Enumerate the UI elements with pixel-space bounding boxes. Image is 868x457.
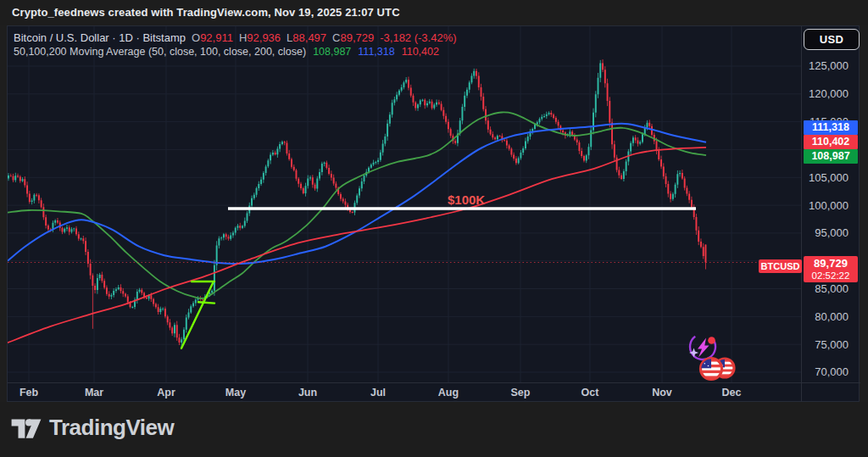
price-axis-label: 125,000: [801, 59, 849, 72]
ma-price-label: 110,402: [804, 135, 858, 149]
price-axis-label: 100,000: [801, 199, 849, 212]
tradingview-screenshot: Crypto_feednews created with TradingView…: [0, 0, 868, 457]
tradingview-logo[interactable]: TradingView: [10, 413, 174, 442]
time-axis-label: Dec: [722, 387, 742, 398]
price-axis-label: 75,000: [801, 338, 849, 351]
attribution-text: Crypto_feednews created with TradingView…: [12, 6, 400, 19]
time-axis[interactable]: FebMarAprMayJunJulAugSepOctNovDec: [8, 383, 801, 403]
svg-text:$100K: $100K: [448, 192, 485, 207]
tradingview-logo-icon: [10, 413, 42, 442]
time-axis-label: Apr: [157, 387, 175, 398]
time-axis-label: May: [225, 387, 246, 398]
last-price-value: 89,729: [804, 257, 858, 270]
price-axis-label: 105,000: [801, 171, 849, 184]
ticker-chip: BTCUSD: [759, 259, 802, 273]
price-axis-label: 120,000: [801, 87, 849, 100]
time-axis-label: Mar: [85, 387, 103, 398]
time-axis-label: Aug: [438, 387, 459, 398]
price-axis-label: 80,000: [801, 310, 849, 323]
ma-price-label: 111,318: [804, 120, 858, 135]
price-axis-label: 70,000: [801, 365, 849, 378]
price-axis-label: 85,000: [801, 282, 849, 295]
time-axis-label: Nov: [652, 387, 672, 398]
ma-price-label: 108,987: [804, 149, 858, 164]
time-axis-label: Jun: [298, 387, 317, 398]
chart-panel: $100K Bitcoin / U.S. Dollar · 1D · Bitst…: [7, 25, 860, 402]
time-axis-label: Feb: [19, 387, 38, 398]
price-chart[interactable]: $100K: [8, 26, 801, 382]
tradingview-wordmark: TradingView: [49, 415, 174, 441]
currency-toggle-button[interactable]: USD: [804, 29, 860, 50]
last-price-label: 89,729 02:52:22: [804, 256, 858, 282]
bar-countdown: 02:52:22: [804, 270, 858, 281]
time-axis-label: Jul: [370, 387, 386, 398]
footer-bar: TradingView: [0, 402, 868, 457]
price-axis-label: 95,000: [801, 226, 849, 239]
time-axis-label: Sep: [511, 387, 531, 398]
top-attribution-bar: Crypto_feednews created with TradingView…: [0, 0, 868, 25]
time-axis-label: Oct: [581, 387, 599, 398]
